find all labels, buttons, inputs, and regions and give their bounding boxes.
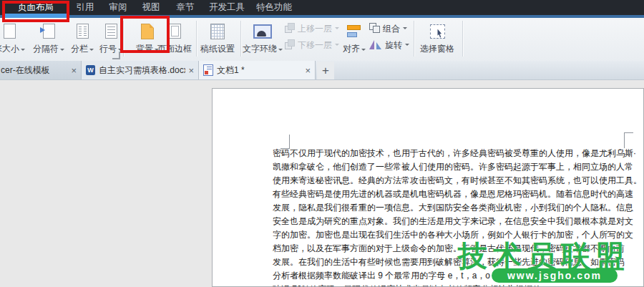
dialog-launcher-icon[interactable] bbox=[112, 52, 120, 59]
align-button[interactable]: 对齐 bbox=[339, 20, 369, 59]
ribbon-toolbar: 张大小 分隔符 分栏 行号 背景 页面边框 稿纸设置 文字环绕 上移一层 bbox=[0, 18, 644, 62]
paper-size-icon bbox=[4, 24, 16, 39]
text-line: 凯撒和拿破仑，他们创造了一些常被人们使用的密码。许多密码起源于军事上，相同立场的… bbox=[273, 160, 644, 174]
text-line: 安全也是成为研究的重点对象。我们的生活是用文字来记录，在信息安全中我们最根本就是… bbox=[273, 215, 644, 228]
chevron-down-icon bbox=[21, 49, 25, 53]
send-backward-button: 下移一层 bbox=[285, 38, 339, 50]
new-tab-button[interactable]: + bbox=[317, 62, 334, 79]
chevron-down-icon bbox=[405, 44, 409, 48]
text-line: 破译 70%的密码，最现代的译密技术也是以古老的频率分析法为根据的。 bbox=[273, 283, 644, 287]
line-numbers-icon bbox=[105, 24, 117, 39]
word-document-icon: W bbox=[86, 65, 95, 75]
close-icon[interactable]: × bbox=[71, 66, 77, 75]
text-wrap-label: 文字环绕 bbox=[243, 43, 277, 55]
send-backward-label: 下移一层 bbox=[298, 39, 332, 52]
rotate-button[interactable]: 旋转 bbox=[369, 38, 409, 50]
page-border-icon bbox=[169, 24, 181, 39]
annotation-box-background-button bbox=[120, 16, 170, 53]
text-wrap-picture-icon bbox=[253, 24, 272, 39]
align-icon bbox=[347, 25, 361, 37]
text-line: 密码不仅用于现代的加密技术，也用于古代的，许多经典密码被受尊重的人使用，像是尤利… bbox=[273, 147, 644, 160]
text-line: 使用来寄送秘密讯息。经典的方法常攻击密码文，有时候甚至不知其密码系统，也可以使用… bbox=[273, 174, 644, 188]
manuscript-setup-button[interactable]: 稿纸设置 bbox=[197, 20, 238, 59]
chevron-down-icon bbox=[278, 49, 283, 53]
chevron-down-icon bbox=[89, 49, 94, 53]
group-divider bbox=[414, 21, 414, 57]
bring-forward-icon bbox=[285, 23, 295, 33]
rotate-icon bbox=[369, 39, 382, 49]
doc-tab-label: cer-在线模板 bbox=[1, 64, 68, 77]
send-backward-icon bbox=[285, 39, 295, 49]
doc-tab-online-template[interactable]: cer-在线模板 × bbox=[0, 61, 82, 79]
doc-tab-document1[interactable]: 文档1 * × bbox=[199, 61, 316, 79]
selection-pane-icon bbox=[430, 24, 445, 39]
ribbon-tab-view[interactable]: 视图 bbox=[136, 0, 166, 15]
doc-tab-label: 自主实习需填表格.docx bbox=[99, 64, 185, 77]
ribbon-tab-references[interactable]: 引用 bbox=[70, 0, 100, 15]
text-wrap-button[interactable]: 文字环绕 bbox=[242, 20, 283, 59]
chevron-down-icon bbox=[403, 27, 407, 31]
ribbon-tab-special-features[interactable]: 特色功能 bbox=[252, 0, 296, 15]
ribbon-tab-section[interactable]: 章节 bbox=[170, 0, 200, 15]
columns-icon bbox=[77, 24, 89, 39]
watermark-url-badge: www.jsgho.com bbox=[492, 268, 618, 283]
columns-button[interactable]: 分栏 bbox=[67, 20, 97, 59]
close-icon[interactable]: × bbox=[305, 66, 311, 75]
doc-tab-label: 文档1 * bbox=[217, 64, 302, 77]
group-shapes-icon bbox=[369, 23, 380, 33]
breaks-button[interactable]: 分隔符 bbox=[29, 20, 69, 59]
manuscript-setup-label: 稿纸设置 bbox=[200, 43, 235, 55]
ribbon-tab-developer[interactable]: 开发工具 bbox=[205, 0, 249, 15]
selection-pane-label: 选择窗格 bbox=[420, 43, 454, 55]
selection-pane-button[interactable]: 选择窗格 bbox=[416, 20, 458, 59]
ribbon-tab-review[interactable]: 审阅 bbox=[103, 0, 133, 15]
align-label: 对齐 bbox=[343, 43, 360, 55]
group-divider bbox=[196, 21, 197, 57]
manuscript-grid-icon bbox=[210, 24, 225, 39]
breaks-icon bbox=[43, 24, 55, 39]
annotation-box-page-layout-tab bbox=[2, 1, 69, 22]
doc-tab-internship-form[interactable]: W 自主实习需填表格.docx × bbox=[82, 61, 199, 79]
chevron-down-icon bbox=[60, 49, 64, 53]
text-line: 有些经典密码是使用先进的机器或是机电密码机器，像是恩尼格玛密码机。随着信息时代的… bbox=[273, 188, 644, 201]
margin-crop-mark-right bbox=[624, 132, 633, 148]
wps-document-icon bbox=[203, 64, 213, 76]
columns-label: 分栏 bbox=[71, 43, 88, 55]
group-divider bbox=[240, 21, 241, 57]
bring-forward-label: 上移一层 bbox=[298, 23, 332, 35]
paper-size-label: 张大小 bbox=[0, 43, 19, 55]
chevron-down-icon bbox=[361, 49, 366, 53]
group-label: 组合 bbox=[383, 23, 400, 35]
rotate-label: 旋转 bbox=[385, 39, 402, 52]
group-divider bbox=[462, 21, 463, 57]
document-tab-strip: cer-在线模板 × W 自主实习需填表格.docx × 文档1 * × + bbox=[0, 61, 644, 80]
close-icon[interactable]: × bbox=[188, 66, 194, 75]
paper-size-button[interactable]: 张大小 bbox=[0, 20, 30, 59]
breaks-label: 分隔符 bbox=[33, 43, 59, 55]
text-line: 发展，隐私是我们很看重的一项信息。大到国防安全各类商业机密，小到我们的个人隐私。… bbox=[273, 201, 644, 215]
bring-forward-button: 上移一层 bbox=[285, 21, 339, 34]
group-button[interactable]: 组合 bbox=[369, 21, 407, 34]
